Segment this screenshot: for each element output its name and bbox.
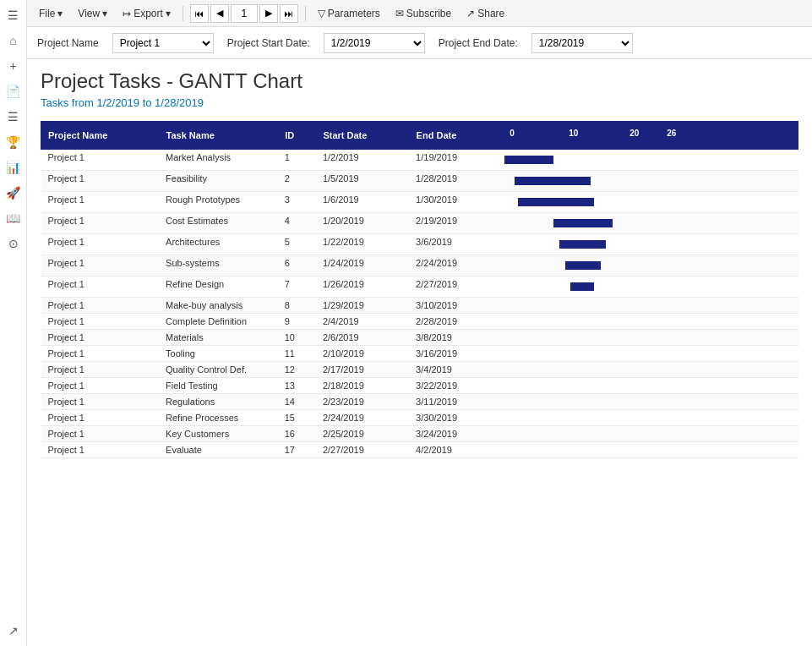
gantt-bar xyxy=(504,156,553,164)
next-page-button[interactable]: ▶ xyxy=(259,4,278,23)
cell-project: Project 1 xyxy=(41,346,160,362)
header-start: Start Date xyxy=(316,122,409,150)
table-row: Project 1Rough Prototypes31/6/20191/30/2… xyxy=(41,192,798,213)
gantt-bar-container xyxy=(504,260,682,271)
chart-icon[interactable]: 📊 xyxy=(2,156,25,179)
report-subtitle: Tasks from 1/2/2019 to 1/28/2019 xyxy=(41,96,798,109)
share-button[interactable]: ↗ Share xyxy=(461,6,510,21)
view-button[interactable]: View ▾ xyxy=(73,6,112,21)
gantt-bar-container xyxy=(504,281,682,293)
table-row: Project 1Materials102/6/20193/8/2019 xyxy=(41,330,798,346)
home-icon[interactable]: ⌂ xyxy=(2,29,25,52)
start-date-select[interactable]: 1/2/2019 xyxy=(324,33,425,53)
book-icon[interactable]: 📖 xyxy=(2,206,25,230)
settings-icon[interactable]: ⊙ xyxy=(2,232,25,255)
cell-end: 1/19/2019 xyxy=(409,150,501,171)
cell-project: Project 1 xyxy=(41,171,160,192)
cell-start: 1/5/2019 xyxy=(316,171,409,192)
first-page-button[interactable]: ⏮ xyxy=(190,4,209,23)
cell-chart xyxy=(501,192,798,213)
last-page-button[interactable]: ⏭ xyxy=(280,4,298,23)
cell-id: 13 xyxy=(278,378,316,394)
cell-task: Regulations xyxy=(159,394,278,410)
expand-icon[interactable]: ↗ xyxy=(2,619,25,643)
cell-id: 17 xyxy=(278,442,316,458)
cell-id: 12 xyxy=(278,362,316,378)
cell-id: 10 xyxy=(278,330,316,346)
share-icon: ↗ xyxy=(466,8,475,19)
cell-task: Rough Prototypes xyxy=(159,192,278,213)
table-row: Project 1Market Analysis11/2/20191/19/20… xyxy=(41,150,798,171)
cell-end: 2/24/2019 xyxy=(409,255,501,276)
gantt-bar-container xyxy=(504,238,682,250)
list-icon[interactable]: ☰ xyxy=(2,105,25,129)
gantt-table: Project Name Task Name ID Start Date End… xyxy=(41,121,798,458)
cell-task: Cost Estimates xyxy=(159,213,278,234)
header-end: End Date xyxy=(409,122,501,150)
document-icon[interactable]: 📄 xyxy=(2,79,25,103)
table-row: Project 1Refine Processes152/24/20193/30… xyxy=(41,410,798,426)
menu-icon[interactable]: ☰ xyxy=(2,3,25,27)
cell-project: Project 1 xyxy=(41,213,160,234)
cell-end: 3/11/2019 xyxy=(409,394,501,410)
cell-chart xyxy=(501,362,798,378)
prev-page-button[interactable]: ◀ xyxy=(210,4,229,23)
cell-start: 2/25/2019 xyxy=(316,426,409,442)
cell-start: 1/29/2019 xyxy=(316,298,409,314)
cell-end: 3/30/2019 xyxy=(409,410,501,426)
rocket-icon[interactable]: 🚀 xyxy=(2,181,25,205)
gantt-bar xyxy=(553,219,613,227)
parameters-button[interactable]: ▽ Parameters xyxy=(313,6,385,21)
main-content: File ▾ View ▾ ↦ Export ▾ ⏮ ◀ ▶ ⏭ ▽ Param… xyxy=(27,0,812,646)
cell-task: Make-buy analysis xyxy=(159,298,278,314)
cell-chart xyxy=(501,213,798,234)
table-row: Project 1Quality Control Def.122/17/2019… xyxy=(41,362,798,378)
report-title: Project Tasks - GANTT Chart xyxy=(41,69,798,93)
page-number-input[interactable] xyxy=(231,4,258,23)
cell-project: Project 1 xyxy=(41,314,160,330)
project-name-select[interactable]: Project 1 xyxy=(112,33,214,53)
cell-end: 3/22/2019 xyxy=(409,378,501,394)
file-label: File xyxy=(39,8,55,19)
cell-end: 2/27/2019 xyxy=(409,276,501,298)
cell-id: 9 xyxy=(278,314,316,330)
trophy-icon[interactable]: 🏆 xyxy=(2,130,25,154)
end-date-label: Project End Date: xyxy=(439,37,518,49)
sidebar: ☰ ⌂ + 📄 ☰ 🏆 📊 🚀 📖 ⊙ ↗ xyxy=(0,0,27,646)
cell-end: 1/30/2019 xyxy=(409,192,501,213)
cell-task: Feasibility xyxy=(159,171,278,192)
scale-10: 10 xyxy=(569,129,578,138)
add-icon[interactable]: + xyxy=(2,54,25,78)
filter-icon: ▽ xyxy=(318,8,325,19)
cell-project: Project 1 xyxy=(41,255,160,276)
cell-start: 1/6/2019 xyxy=(316,192,409,213)
cell-start: 2/18/2019 xyxy=(316,378,409,394)
parameters-label: Parameters xyxy=(328,8,380,19)
cell-project: Project 1 xyxy=(41,426,160,442)
end-date-select[interactable]: 1/28/2019 xyxy=(531,33,633,53)
cell-task: Tooling xyxy=(159,346,278,362)
cell-project: Project 1 xyxy=(41,192,160,213)
cell-chart xyxy=(501,314,798,330)
cell-start: 2/23/2019 xyxy=(316,394,409,410)
cell-end: 3/6/2019 xyxy=(409,234,501,255)
export-button[interactable]: ↦ Export ▾ xyxy=(117,6,176,21)
cell-chart xyxy=(501,394,798,410)
cell-id: 11 xyxy=(278,346,316,362)
cell-project: Project 1 xyxy=(41,378,160,394)
cell-start: 1/22/2019 xyxy=(316,234,409,255)
table-row: Project 1Key Customers162/25/20193/24/20… xyxy=(41,426,798,442)
subscribe-button[interactable]: ✉ Subscribe xyxy=(390,6,456,21)
cell-project: Project 1 xyxy=(41,234,160,255)
header-task: Task Name xyxy=(159,122,278,150)
cell-task: Complete Definition xyxy=(159,314,278,330)
table-header-row: Project Name Task Name ID Start Date End… xyxy=(41,122,798,150)
table-row: Project 1Sub-systems61/24/20192/24/2019 xyxy=(41,255,798,276)
cell-start: 2/10/2019 xyxy=(316,346,409,362)
table-row: Project 1Tooling112/10/20193/16/2019 xyxy=(41,346,798,362)
table-row: Project 1Make-buy analysis81/29/20193/10… xyxy=(41,298,798,314)
cell-id: 15 xyxy=(278,410,316,426)
file-button[interactable]: File ▾ xyxy=(34,6,68,21)
table-row: Project 1Field Testing132/18/20193/22/20… xyxy=(41,378,798,394)
gantt-bar-container xyxy=(504,196,682,208)
